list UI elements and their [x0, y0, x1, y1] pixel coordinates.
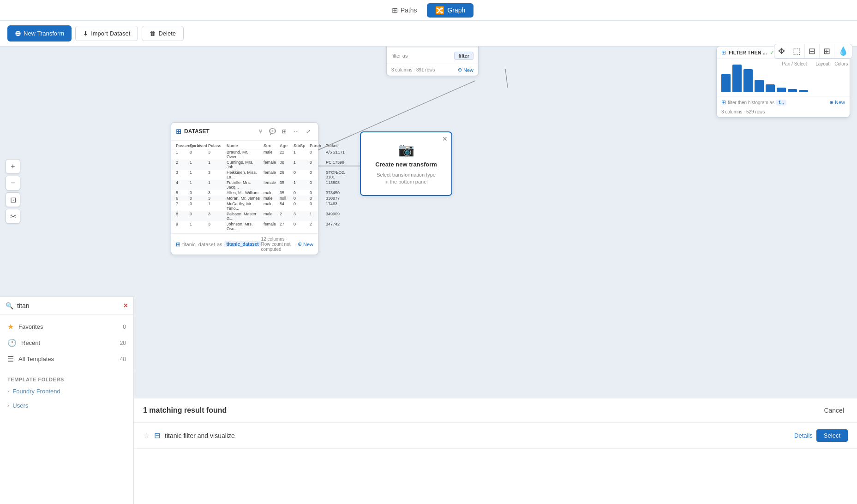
template-folders-section: TEMPLATE FOLDERS › Foundry Frontend › Us… [0, 371, 133, 413]
search-input[interactable] [17, 302, 120, 309]
result-star-icon[interactable]: ☆ [143, 431, 150, 440]
cancel-button[interactable]: Cancel [820, 405, 848, 416]
zoom-in-button[interactable]: + [6, 159, 20, 174]
grid-tool[interactable]: ⊞ [820, 44, 834, 58]
colors-icon: 💧 [838, 46, 848, 56]
nav-section: ★ Favorites 0 🕐 Recent 20 ☰ All Template… [0, 315, 133, 371]
cut-icon: ✂ [10, 212, 16, 221]
histogram-bar [755, 80, 764, 92]
all-templates-label: All Templates [18, 356, 54, 362]
filter-header: filter as filter [387, 48, 478, 64]
dataset-comment-icon[interactable]: 💬 [267, 126, 277, 136]
search-icon: 🔍 [6, 302, 13, 309]
new-transform-button[interactable]: ⊕ New Transform [7, 25, 72, 42]
result-name: titanic filter and visualize [165, 432, 790, 439]
dataset-footer-label: ⊞ titanic_dataset as titanic_dataset [176, 241, 261, 248]
tab-graph[interactable]: 🔀 Graph [427, 3, 473, 18]
select-button[interactable]: Select [816, 429, 848, 442]
dataset-rows: 103Braund, Mr. Owen...male2210A/5 211712… [171, 149, 318, 231]
zoom-out-icon: − [11, 179, 15, 187]
dataset-icon: ⊞ [176, 128, 181, 135]
zoom-fit-button[interactable]: ⊡ [6, 192, 20, 207]
toolbar: ⊕ New Transform ⬇ Import Dataset 🗑 Delet… [0, 21, 857, 47]
histogram-db-icon: ⊞ [721, 49, 726, 56]
dataset-node: ⊞ DATASET ⑂ 💬 ⊞ ··· ⤢ PassengerId Surviv… [171, 122, 318, 255]
filter-new-button[interactable]: ⊕ New [458, 67, 473, 73]
paths-icon: ⊞ [392, 6, 398, 15]
folder-foundry-frontend[interactable]: › Foundry Frontend [0, 384, 133, 398]
dataset-expand-icon[interactable]: ⤢ [303, 126, 313, 136]
zoom-out-button[interactable]: − [6, 176, 20, 190]
table-row: 313Heikkinen, Miss. La...female2600STON/… [171, 170, 318, 180]
import-icon: ⬇ [83, 30, 88, 37]
tool-panel: ✥ ⬚ ⊟ ⊞ 💧 Pan / Select Layout Colors [774, 44, 852, 66]
delete-button[interactable]: 🗑 Delete [142, 26, 184, 41]
pan-select-tool[interactable]: ✥ [774, 44, 789, 58]
table-row: 603Moran, Mr. Jamesmalenull00330877 [171, 196, 318, 201]
table-row: 803Palsson, Master. G...male231349909 [171, 211, 318, 221]
plus-icon: ⊕ [15, 29, 21, 38]
dataset-new-label: New [303, 242, 313, 247]
filter-plus-icon: ⊕ [458, 67, 462, 73]
histogram-new-button[interactable]: ⊕ New [829, 100, 845, 106]
dataset-branch-icon[interactable]: ⑂ [255, 126, 265, 136]
table-row: 211Cumings, Mrs. Joh...female3810PC 1759… [171, 160, 318, 170]
table-row: 701McCarthy, Mr. Timo...male540017463 [171, 201, 318, 211]
histogram-footer-icon: ⊞ [721, 99, 726, 106]
tab-paths[interactable]: ⊞ Paths [384, 3, 426, 18]
import-dataset-button[interactable]: ⬇ Import Dataset [75, 26, 138, 41]
create-camera-icon: 📷 [398, 142, 414, 157]
histogram-alias-label: filter then histogram as [728, 100, 774, 105]
dataset-table-header: PassengerId Survived Pclass Name Sex Age… [171, 142, 318, 149]
histogram-meta: 3 columns · 529 rows [717, 108, 850, 117]
histogram-bar [743, 69, 753, 92]
dataset-footer: ⊞ titanic_dataset as titanic_dataset 12 … [171, 233, 318, 255]
histogram-bar [721, 74, 731, 92]
section-title: TEMPLATE FOLDERS [0, 371, 133, 384]
dataset-new-button[interactable]: ⊕ New [298, 241, 313, 247]
colors-label: Colors [832, 61, 851, 66]
new-transform-label: New Transform [24, 30, 64, 37]
favorites-nav-item[interactable]: ★ Favorites 0 [0, 319, 133, 335]
histogram-bar [766, 84, 775, 92]
svg-line-2 [505, 69, 508, 88]
tool-labels: Pan / Select Layout Colors [774, 61, 852, 66]
dataset-alias-badge: titanic_dataset [224, 241, 261, 247]
histogram-bar [777, 88, 786, 92]
search-bar: 🔍 × [0, 297, 133, 315]
trash-icon: 🗑 [150, 30, 156, 37]
select-tool[interactable]: ⬚ [789, 44, 805, 58]
create-title: Create new transform [375, 161, 437, 168]
zoom-controls: + − ⊡ ✂ [6, 159, 20, 224]
dataset-title: DATASET [184, 128, 210, 135]
cut-button[interactable]: ✂ [6, 209, 20, 224]
histogram-plus-icon: ⊕ [829, 100, 833, 106]
tool-row: ✥ ⬚ ⊟ ⊞ 💧 [774, 44, 852, 59]
all-templates-count: 48 [120, 356, 126, 362]
paths-label: Paths [401, 6, 417, 14]
create-subtitle: Select transformation typein the bottom … [377, 172, 436, 186]
dataset-table-icon[interactable]: ⊞ [279, 126, 289, 136]
recent-count: 20 [120, 340, 126, 346]
dataset-footer-right: 12 columns · Row count not computed ⊕ Ne… [261, 237, 313, 252]
dataset-footer-name: titanic_dataset [182, 242, 215, 247]
histogram-bar [788, 89, 797, 92]
delete-label: Delete [158, 30, 176, 37]
histogram-footer: ⊞ filter then histogram as f... ⊕ New [717, 96, 850, 108]
favorites-label: Favorites [18, 323, 43, 330]
layout-tool[interactable]: ⊟ [805, 44, 820, 58]
results-count: 1 matching result found [143, 406, 227, 415]
recent-nav-item[interactable]: 🕐 Recent 20 [0, 335, 133, 351]
clear-search-button[interactable]: × [124, 302, 128, 310]
histogram-bar [799, 90, 808, 92]
result-item: ☆ ⊟ titanic filter and visualize Details… [134, 423, 857, 449]
details-button[interactable]: Details [794, 432, 813, 439]
create-close-button[interactable]: ✕ [442, 135, 448, 142]
colors-tool[interactable]: 💧 [834, 44, 852, 58]
dataset-more-icon[interactable]: ··· [291, 126, 301, 136]
folder-users[interactable]: › Users [0, 398, 133, 413]
histogram-alias-badge: f... [776, 100, 786, 106]
dataset-plus-icon: ⊕ [298, 241, 302, 247]
dataset-table: PassengerId Survived Pclass Name Sex Age… [171, 141, 318, 233]
all-templates-nav-item[interactable]: ☰ All Templates 48 [0, 351, 133, 367]
